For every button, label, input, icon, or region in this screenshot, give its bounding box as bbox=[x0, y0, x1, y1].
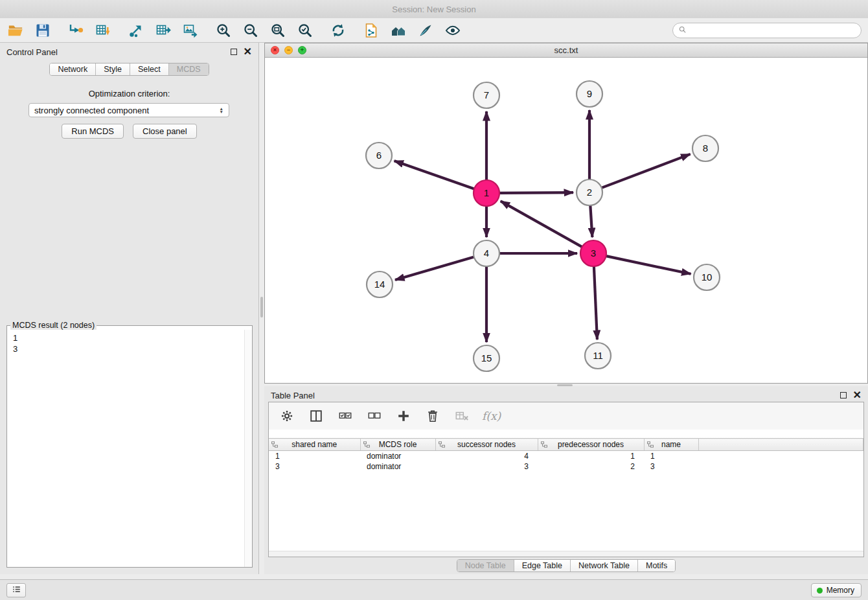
memory-button[interactable]: Memory bbox=[811, 583, 862, 597]
network-canvas[interactable]: 7968124314101511 bbox=[265, 58, 867, 383]
table-row[interactable]: 3dominator323 bbox=[269, 461, 863, 472]
graph-node-label: 1 bbox=[484, 187, 489, 198]
tab-network-table[interactable]: Network Table bbox=[571, 560, 638, 571]
graph-edge-2-8[interactable] bbox=[602, 154, 691, 188]
splitter-handle[interactable] bbox=[260, 297, 263, 317]
graph-node-15[interactable]: 15 bbox=[474, 345, 499, 371]
graph-edge-3-11[interactable] bbox=[594, 266, 597, 340]
close-panel-icon[interactable]: ✕ bbox=[244, 47, 252, 57]
sort-icon bbox=[541, 441, 547, 448]
import-network-icon[interactable] bbox=[67, 21, 85, 40]
graph-node-4[interactable]: 4 bbox=[474, 240, 499, 266]
vertical-splitter[interactable] bbox=[259, 43, 264, 574]
window-titlebar[interactable]: Session: New Session bbox=[0, 0, 868, 18]
tab-node-table[interactable]: Node Table bbox=[457, 560, 514, 571]
float-panel-icon[interactable] bbox=[840, 392, 847, 398]
close-panel-icon[interactable]: ✕ bbox=[853, 390, 862, 400]
cell-name: 1 bbox=[644, 451, 698, 461]
minimize-window-button[interactable]: − bbox=[284, 46, 293, 54]
float-panel-icon[interactable] bbox=[231, 49, 237, 55]
graph-node-label: 6 bbox=[376, 150, 382, 161]
status-bar: Memory bbox=[0, 579, 868, 600]
mcds-result-list[interactable]: 13 bbox=[8, 331, 244, 566]
settings-gear-icon[interactable] bbox=[278, 407, 296, 425]
zoom-window-button[interactable]: + bbox=[298, 46, 306, 54]
sort-icon bbox=[439, 441, 445, 448]
graph-node-10[interactable]: 10 bbox=[694, 264, 720, 290]
search-input[interactable] bbox=[690, 24, 856, 37]
graph-node-8[interactable]: 8 bbox=[692, 135, 718, 161]
column-header-successor-nodes[interactable]: successor nodes bbox=[435, 439, 538, 451]
table-toolbar: f(x) bbox=[269, 402, 863, 430]
column-header-predecessor-nodes[interactable]: predecessor nodes bbox=[538, 439, 644, 451]
tab-mcds[interactable]: MCDS bbox=[169, 63, 209, 75]
column-header-shared-name[interactable]: shared name bbox=[269, 439, 360, 451]
zoom-selected-icon[interactable] bbox=[296, 21, 314, 40]
tab-select[interactable]: Select bbox=[130, 63, 169, 75]
graph-node-11[interactable]: 11 bbox=[585, 343, 611, 369]
graph-edge-3-1[interactable] bbox=[501, 201, 582, 247]
save-session-icon[interactable] bbox=[34, 21, 52, 40]
houses-icon[interactable] bbox=[389, 21, 407, 40]
export-table-icon[interactable] bbox=[154, 21, 172, 40]
export-network-icon[interactable] bbox=[127, 21, 145, 40]
zoom-fit-icon[interactable] bbox=[269, 21, 287, 40]
eye-icon[interactable] bbox=[444, 21, 462, 40]
graph-node-2[interactable]: 2 bbox=[577, 179, 602, 205]
zoom-out-icon[interactable] bbox=[242, 21, 260, 40]
deselect-all-icon[interactable] bbox=[365, 407, 383, 425]
select-all-icon[interactable] bbox=[336, 407, 354, 425]
network-graph[interactable]: 7968124314101511 bbox=[265, 58, 867, 383]
optimization-criterion-label: Optimization criterion: bbox=[0, 89, 258, 98]
new-network-icon[interactable] bbox=[362, 21, 380, 40]
column-header-mcds-role[interactable]: MCDS role bbox=[360, 439, 435, 451]
graph-node-1[interactable]: 1 bbox=[474, 180, 499, 206]
style-icon[interactable] bbox=[417, 21, 435, 40]
graph-edge-1-6[interactable] bbox=[394, 161, 475, 189]
tab-style[interactable]: Style bbox=[96, 63, 130, 75]
graph-node-3[interactable]: 3 bbox=[580, 240, 606, 266]
tab-network[interactable]: Network bbox=[50, 63, 96, 75]
column-header-label: predecessor nodes bbox=[538, 440, 644, 449]
tab-motifs[interactable]: Motifs bbox=[638, 560, 675, 571]
close-panel-button[interactable]: Close panel bbox=[133, 124, 197, 139]
table-header-row: shared nameMCDS rolesuccessor nodesprede… bbox=[269, 439, 863, 451]
search-icon bbox=[678, 25, 687, 36]
graph-node-6[interactable]: 6 bbox=[366, 143, 392, 168]
result-scrollbar[interactable] bbox=[244, 330, 252, 567]
import-table-icon[interactable] bbox=[94, 21, 112, 40]
graph-node-9[interactable]: 9 bbox=[577, 81, 602, 107]
toolbar-icon-groups bbox=[6, 21, 477, 40]
graph-edge-3-10[interactable] bbox=[606, 256, 691, 274]
table-panel-title: Table Panel bbox=[271, 391, 315, 400]
task-list-button[interactable] bbox=[6, 583, 26, 597]
open-session-icon[interactable] bbox=[6, 21, 25, 40]
cell-shared-name: 3 bbox=[269, 461, 360, 472]
delete-row-icon[interactable] bbox=[424, 407, 442, 425]
optimization-criterion-select[interactable]: strongly connected component ▲▼ bbox=[29, 103, 229, 117]
zoom-in-icon[interactable] bbox=[214, 21, 233, 40]
close-window-button[interactable]: × bbox=[271, 46, 279, 54]
column-header-name[interactable]: name bbox=[644, 439, 698, 451]
table-row[interactable]: 1dominator411 bbox=[269, 451, 863, 461]
graph-edge-2-3[interactable] bbox=[590, 205, 592, 237]
graph-edge-1-2[interactable] bbox=[499, 192, 573, 193]
control-panel-title: Control Panel bbox=[6, 47, 58, 57]
export-image-icon[interactable] bbox=[181, 21, 200, 40]
search-box[interactable] bbox=[672, 23, 862, 38]
horizontal-scrollbar[interactable] bbox=[269, 551, 863, 557]
add-row-icon[interactable] bbox=[394, 407, 413, 425]
refresh-icon[interactable] bbox=[329, 21, 347, 40]
graph-edge-4-14[interactable] bbox=[395, 257, 474, 280]
run-mcds-button[interactable]: Run MCDS bbox=[62, 124, 124, 139]
network-window-titlebar[interactable]: scc.txt × − + bbox=[265, 43, 867, 58]
graph-node-7[interactable]: 7 bbox=[474, 82, 499, 108]
column-header-label: MCDS role bbox=[361, 440, 435, 449]
mcds-result-group: MCDS result (2 nodes) 13 bbox=[6, 321, 253, 568]
tab-edge-table[interactable]: Edge Table bbox=[514, 560, 571, 571]
graph-node-label: 14 bbox=[374, 279, 385, 290]
cell-shared-name: 1 bbox=[269, 451, 360, 461]
table-panel-tabs: Node TableEdge TableNetwork TableMotifs bbox=[457, 559, 676, 572]
graph-node-14[interactable]: 14 bbox=[367, 271, 393, 297]
column-layout-icon[interactable] bbox=[307, 407, 325, 425]
